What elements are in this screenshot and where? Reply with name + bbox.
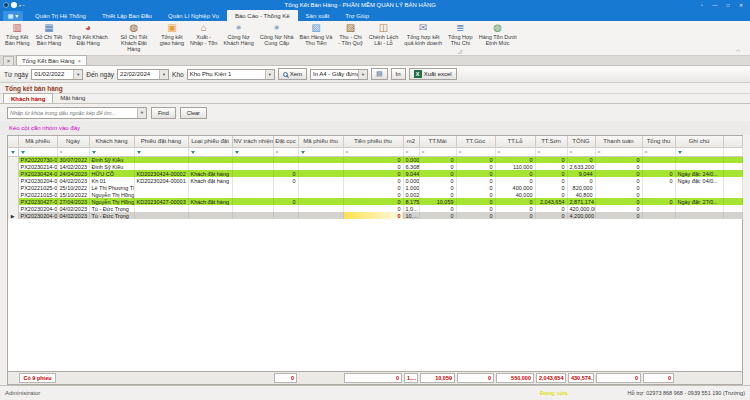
close-all-tabs-button[interactable]: × [3,56,14,65]
cell-ind[interactable] [8,191,18,198]
cell-thanh_toan[interactable]: 0 [595,212,642,219]
ribbon-button-business-result[interactable]: ✉Tổng hợp kết quả kinh doanh [401,21,445,55]
cell-tong_thu[interactable] [642,184,675,191]
cell-tt_goc[interactable]: 0 [456,177,495,184]
filter-cell-phieu_dat[interactable] [134,147,188,156]
cell-tt_goc[interactable]: 0 [456,205,495,212]
column-header-ngay[interactable]: Ngày [57,136,89,147]
cell-ind[interactable] [8,205,18,212]
cell-tien_phieu_thu[interactable]: 0 [343,198,403,205]
column-header-ma_phieu_thu[interactable]: Mã phiếu thu [298,136,343,147]
search-combo[interactable]: ▼ [7,107,147,119]
menu-tab-5[interactable]: Trợ Giúp [337,10,377,21]
cell-tong[interactable]: 40,800 [567,191,595,198]
filter-cell-ghi_chu[interactable] [675,147,723,156]
cell-tien_phieu_thu[interactable]: 0 [343,156,403,163]
column-header-ghi_chu[interactable]: Ghi chú [675,136,723,147]
cell-tt_son[interactable]: 0 [535,205,567,212]
cell-ma_phieu_thu[interactable] [298,191,343,198]
cell-m2[interactable]: 1,0... [403,205,419,212]
cell-loai_phieu[interactable]: Khách đặt hàng [188,198,232,205]
cell-phieu_dat[interactable] [134,205,188,212]
filter-cell-ngay[interactable]: = [57,147,89,156]
to-date-picker[interactable]: 22/02/2024 ▼ [117,69,169,80]
chevron-down-icon[interactable]: ▼ [73,70,82,79]
cell-ind[interactable] [8,170,18,177]
cell-thanh_toan[interactable]: 0 [595,198,642,205]
cell-phieu_dat[interactable] [134,163,188,170]
cell-phieu_dat[interactable]: KD20230424-00002 [134,170,188,177]
filter-cell-ma_phieu_thu[interactable] [298,147,343,156]
cell-khach_hang[interactable]: Tú - Đức Trọng [89,205,134,212]
cell-nv[interactable] [232,212,273,219]
cell-phieu_dat[interactable] [134,212,188,219]
cell-tt_son[interactable]: 0 [535,177,567,184]
cell-tong[interactable]: 9,044 [567,170,595,177]
menu-tab-2[interactable]: Quản Lí Nghiệp Vụ [160,10,227,21]
column-header-tong[interactable]: TỔNG [567,136,595,147]
ribbon-button-sales-detail-book[interactable]: ▦Sổ Chi Tiết Bán Hàng [32,21,65,55]
cell-ngay[interactable]: 04/02/2023 [57,177,89,184]
cell-ma_phieu_thu[interactable] [298,170,343,177]
cell-phieu_dat[interactable] [134,191,188,198]
column-header-dat_coc[interactable]: Đặt cọc [273,136,298,147]
cell-tt_lo[interactable]: 0 [495,205,535,212]
cell-ind[interactable] [8,156,18,163]
cell-dat_coc[interactable]: 0 [273,170,298,177]
cell-thanh_toan[interactable]: 0 [595,184,642,191]
cell-tong_thu[interactable]: 0 [642,170,675,177]
cell-ma_phieu_thu[interactable] [298,163,343,170]
cell-ma_phieu_thu[interactable] [298,156,343,163]
filter-cell-tien_phieu_thu[interactable]: = [343,147,403,156]
column-header-loai_phieu[interactable]: Loại phiếu đặt [188,136,232,147]
cell-tong[interactable]: 420,000,000 [567,205,595,212]
cell-dat_coc[interactable] [273,184,298,191]
cell-nv[interactable] [232,205,273,212]
tab-khach-hang[interactable]: Khách hàng [3,93,53,103]
cell-tong[interactable]: 2,633,200 [567,163,595,170]
cell-tt_mai[interactable]: 10,059 [419,198,456,205]
filter-cell-nv[interactable] [232,147,273,156]
cell-ma_phieu[interactable]: PX20230204-00... [18,212,57,219]
cell-ngay[interactable]: 25/10/2022 [57,184,89,191]
cell-tong[interactable]: 0 [567,177,595,184]
cell-nv[interactable] [232,198,273,205]
menu-tab-4[interactable]: Sản xuất [298,10,338,21]
cell-tien_phieu_thu[interactable]: 0 [343,177,403,184]
cell-ngay[interactable]: 04/02/2023 [57,205,89,212]
cell-tien_phieu_thu[interactable]: 0 [343,212,403,219]
cell-ma_phieu[interactable]: PX20230424-00... [18,170,57,177]
document-tab-active[interactable]: Tổng Kết Bán Hàng × [16,55,87,65]
cell-tt_son[interactable]: 2,043,654 [535,198,567,205]
table-row[interactable]: PX20230214-00...14/02/2023Đinh Sỹ Kiều06… [8,163,742,170]
cell-tt_goc[interactable]: 0 [456,191,495,198]
cell-tt_goc[interactable]: 0 [456,212,495,219]
cell-khach_hang[interactable]: HỮU CÔ [89,170,134,177]
cell-tt_mai[interactable]: 0 [419,156,456,163]
view-button[interactable]: Xem [278,68,307,80]
cell-nv[interactable] [232,191,273,198]
cell-ma_phieu_thu[interactable] [298,205,343,212]
filter-cell-thanh_toan[interactable]: = [595,147,642,156]
cell-dat_coc[interactable]: 0 [273,198,298,205]
menu-tab-3[interactable]: Báo Cáo - Thống Kê [227,10,298,21]
filter-cell-tong_thu[interactable]: = [642,147,675,156]
cell-tong_thu[interactable]: 0 [642,177,675,184]
cell-loai_phieu[interactable] [188,191,232,198]
cell-loai_phieu[interactable] [188,212,232,219]
cell-ngay[interactable]: 14/02/2023 [57,163,89,170]
cell-ngay[interactable]: 04/02/2023 [57,212,89,219]
column-header-tt_lo[interactable]: TT.Lỗ [495,136,535,147]
column-header-tt_son[interactable]: TT.Sơn [535,136,567,147]
cell-nv[interactable] [232,177,273,184]
cell-tong[interactable]: 820,000 [567,184,595,191]
table-row[interactable]: PX20230204-00...04/02/2023Kh 01KD2023020… [8,177,742,184]
paper-size-select[interactable]: In A4 - Giấy đứng ▼ [310,69,368,80]
cell-loai_phieu[interactable] [188,163,232,170]
cell-nv[interactable] [232,184,273,191]
cell-tt_mai[interactable]: 0 [419,163,456,170]
cell-extra[interactable] [723,198,742,205]
chevron-down-icon[interactable]: ▼ [159,70,168,79]
cell-tt_mai[interactable]: 0 [419,177,456,184]
cell-khach_hang[interactable]: Lê Thị Phương Thảo [89,184,134,191]
